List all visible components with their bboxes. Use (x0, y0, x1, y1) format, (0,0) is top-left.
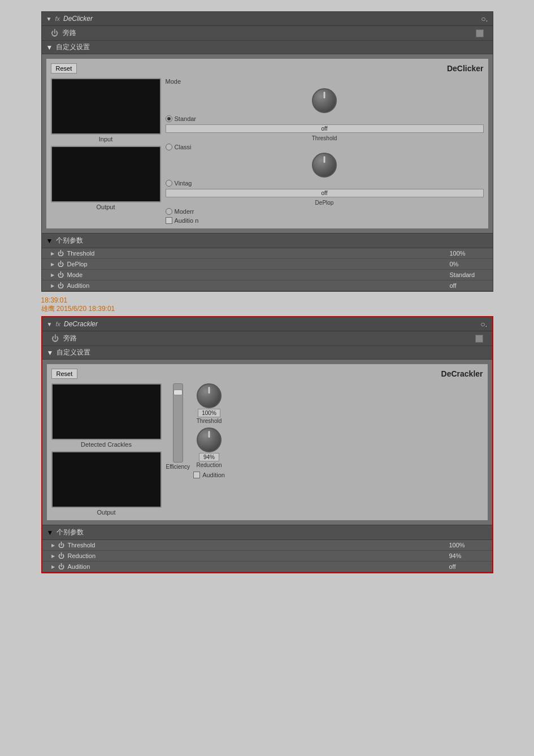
decrackler-param-threshold-value: 100% (449, 542, 483, 548)
decrackler-bypass-row: ⏻ 旁路 (42, 331, 492, 346)
decrackler-title: DeCrackler (64, 320, 98, 328)
custom-settings-triangle[interactable]: ▼ (46, 44, 53, 51)
declicker-deplop-knob[interactable] (312, 153, 337, 178)
declicker-input-label: Input (99, 136, 112, 142)
param-deplop-expand[interactable]: ▶ (51, 262, 54, 267)
mode-vintag-label: Vintag (175, 180, 192, 187)
decrackler-param-audition-expand[interactable]: ▶ (51, 564, 55, 569)
param-audition-value: off (450, 282, 484, 289)
decrackler-reset-button[interactable]: Reset (51, 369, 78, 379)
declicker-threshold-knob[interactable] (312, 88, 337, 113)
decrackler-params-section: ▼ 个别参数 ▶ ⏻ Threshold 100% ▶ ⏻ Reduction … (42, 525, 492, 572)
declicker-panel: ▼ fx DeClicker ○. ⏻ 旁路 ▼ 自定义设置 Reset DeC (41, 11, 493, 292)
decrackler-bypass-checkbox[interactable] (475, 335, 483, 343)
param-threshold-value: 100% (450, 250, 484, 257)
mode-classi-label: Classi (175, 144, 192, 150)
declicker-audition-checkbox[interactable] (166, 217, 172, 224)
declicker-bypass-label: 旁路 (63, 28, 76, 38)
param-deplop-value: 0% (450, 261, 484, 267)
decrackler-param-audition-value: off (449, 563, 483, 570)
mode-standard-label: Standar (175, 115, 197, 122)
bypass-power-icon[interactable]: ⏻ (51, 29, 58, 37)
declicker-threshold-value: off (166, 124, 484, 133)
mode-classi-radio[interactable] (166, 144, 172, 150)
decrackler-param-reduction-name: Reduction (68, 552, 446, 559)
params-triangle[interactable]: ▼ (46, 237, 53, 245)
decrackler-title-prefix: fx (55, 321, 60, 327)
decrackler-plugin-name: DeCrackler (441, 369, 483, 378)
decrackler-params-header: ▼ 个别参数 (42, 525, 492, 540)
declicker-param-threshold: ▶ ⏻ Threshold 100% (42, 248, 493, 259)
decrackler-slider-thumb[interactable] (173, 390, 183, 395)
declicker-bypass-checkbox[interactable] (476, 29, 484, 37)
mode-vintag-radio[interactable] (166, 180, 172, 187)
decrackler-params-triangle[interactable]: ▼ (47, 529, 54, 537)
declicker-param-audition: ▶ ⏻ Audition off (42, 280, 493, 291)
decrackler-threshold-value: 100% (198, 409, 220, 417)
decrackler-detected-block: Detected Crackles (51, 383, 162, 448)
declicker-param-deplop: ▶ ⏻ DePlop 0% (42, 259, 493, 270)
decrackler-param-threshold-expand[interactable]: ▶ (51, 543, 55, 548)
decrackler-bypass-label: 旁路 (63, 334, 77, 343)
decrackler-detected-display (51, 383, 162, 440)
declicker-title: DeClicker (63, 15, 93, 23)
mode-moderr-row: Moderr (166, 208, 484, 215)
declicker-settings-icon[interactable]: ○. (481, 14, 488, 23)
decrackler-reduction-knob[interactable] (197, 427, 222, 452)
mode-standard-radio[interactable] (166, 115, 172, 122)
param-audition-expand[interactable]: ▶ (51, 283, 54, 288)
mode-vintag-row: Vintag (166, 180, 484, 187)
decrackler-reduction-value: 94% (199, 453, 219, 461)
declicker-plugin-name: DeClicker (447, 64, 484, 73)
declicker-threshold-label: Threshold (166, 135, 484, 141)
declicker-main-layout: Input Output Mode (51, 78, 484, 224)
param-mode-name: Mode (67, 271, 446, 278)
param-mode-expand[interactable]: ▶ (51, 273, 54, 278)
declicker-mode-section: Standar (166, 115, 484, 122)
decrackler-audition-label: Audition (202, 472, 225, 478)
declicker-reset-button[interactable]: Reset (51, 63, 77, 74)
decrackler-reduction-label: Reduction (196, 462, 222, 468)
mode-moderr-label: Moderr (175, 208, 194, 215)
param-threshold-name: Threshold (67, 250, 446, 257)
decrackler-param-threshold-name: Threshold (68, 542, 446, 548)
declicker-audition-row: Auditio n (166, 217, 484, 224)
decrackler-reduction-container: 94% Reduction (196, 427, 222, 468)
decrackler-param-audition: ▶ ⏻ Audition off (42, 561, 492, 572)
decrackler-param-reduction: ▶ ⏻ Reduction 94% (42, 551, 492, 561)
decrackler-param-audition-name: Audition (68, 563, 446, 570)
decrackler-threshold-label: Threshold (197, 418, 222, 424)
decrackler-param-reduction-expand[interactable]: ▶ (51, 554, 55, 559)
declicker-header: ▼ fx DeClicker ○. (42, 12, 493, 26)
decrackler-settings-icon[interactable]: ○. (480, 319, 487, 329)
declicker-param-mode: ▶ ⏻ Mode Standard (42, 270, 493, 280)
decrackler-threshold-knob[interactable] (197, 383, 222, 408)
declicker-title-prefix: fx (55, 15, 60, 22)
decrackler-custom-header: ▼ 自定义设置 (42, 346, 492, 360)
decrackler-audition-checkbox[interactable] (193, 472, 200, 478)
decrackler-param-audition-icon: ⏻ (58, 563, 64, 570)
param-deplop-name: DePlop (67, 261, 446, 267)
declicker-threshold-knob-container (166, 88, 484, 113)
decrackler-content: Reset DeCrackler Detected Crackles Outpu… (42, 360, 492, 525)
mode-moderr-radio[interactable] (166, 208, 172, 215)
decrackler-output-block: Output (51, 451, 162, 516)
param-threshold-icon: ⏻ (58, 250, 64, 257)
decrackler-custom-triangle[interactable]: ▼ (47, 349, 54, 357)
declicker-deplop-label: DePlop (166, 200, 484, 206)
decrackler-header: ▼ fx DeCrackler ○. (42, 317, 492, 331)
param-mode-value: Standard (450, 271, 484, 278)
param-mode-icon: ⏻ (58, 271, 64, 278)
declicker-deplop-knob-container (166, 153, 484, 178)
decrackler-param-threshold-icon: ⏻ (58, 542, 64, 548)
decrackler-knobs-col: 100% Threshold 94% Reduction (193, 383, 225, 478)
declicker-collapse-triangle[interactable]: ▼ (46, 16, 52, 22)
decrackler-audition-row: Audition (193, 472, 225, 478)
decrackler-main-layout: Detected Crackles Output (51, 383, 483, 516)
param-threshold-expand[interactable]: ▶ (51, 251, 54, 256)
decrackler-bypass-power-icon[interactable]: ⏻ (51, 334, 59, 343)
decrackler-collapse-triangle[interactable]: ▼ (47, 321, 53, 327)
declicker-content: Reset DeClicker Input Output (42, 54, 493, 233)
decrackler-right-section: Efficiency 100% Threshold (166, 383, 225, 516)
decrackler-efficiency-slider[interactable] (173, 383, 183, 463)
